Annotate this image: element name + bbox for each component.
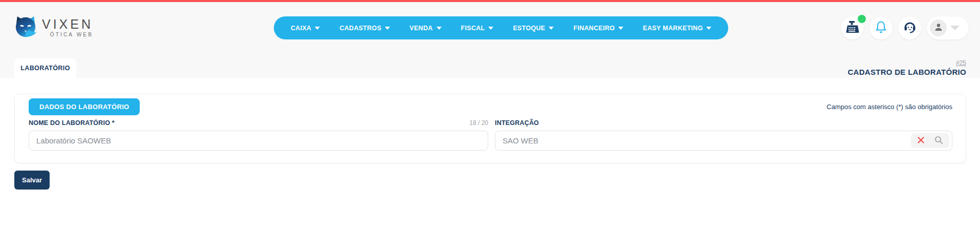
integration-label: INTEGRAÇÃO <box>495 119 539 127</box>
integration-input-box <box>495 131 952 151</box>
nav-label: ESTOQUE <box>513 25 545 32</box>
header: VIXEN ÓTICA WEB CAIXA CADASTROS VENDA FI… <box>0 2 980 78</box>
page-heading: #25 CADASTRO DE LABORATÓRIO <box>847 58 966 76</box>
section-tab-dados-do-laboratorio[interactable]: DADOS DO LABORATÓRIO <box>29 98 140 115</box>
nav-label: CADASTROS <box>339 25 381 32</box>
main-nav: CAIXA CADASTROS VENDA FISCAL ESTOQUE FIN… <box>274 16 728 39</box>
cash-register-icon <box>846 20 859 35</box>
required-fields-note: Campos com asterisco (*) são obrigatório… <box>826 103 952 111</box>
nav-label: VENDA <box>409 25 432 32</box>
app-logo[interactable]: VIXEN ÓTICA WEB <box>13 15 93 40</box>
field-laboratory-name: NOME DO LABORATÓRIO * 18 / 20 <box>29 119 488 151</box>
logo-subtitle: ÓTICA WEB <box>50 32 93 37</box>
chevron-down-icon <box>950 26 960 30</box>
nav-item-fiscal[interactable]: FISCAL <box>451 16 504 39</box>
nav-item-cadastros[interactable]: CADASTROS <box>330 16 400 39</box>
record-id-link[interactable]: #25 <box>956 59 966 67</box>
cash-register-button[interactable] <box>841 16 864 39</box>
chevron-down-icon <box>437 27 442 30</box>
nav-label: FINANCEIRO <box>573 25 615 32</box>
nav-item-easy-marketing[interactable]: EASY MARKETING <box>633 16 721 39</box>
notifications-button[interactable] <box>869 16 892 39</box>
search-integration-button[interactable] <box>934 136 943 146</box>
tab-bar: LABORATÓRIO #25 CADASTRO DE LABORATÓRIO <box>0 53 980 78</box>
fox-logo-icon <box>13 15 39 40</box>
support-button[interactable] <box>898 16 921 39</box>
clear-x-icon <box>917 136 925 145</box>
field-integration: INTEGRAÇÃO <box>495 119 952 151</box>
tab-label: LABORATÓRIO <box>20 65 70 72</box>
page-title: CADASTRO DE LABORATÓRIO <box>847 68 966 76</box>
chevron-down-icon <box>706 27 711 30</box>
avatar <box>930 19 947 36</box>
nav-label: EASY MARKETING <box>643 25 703 32</box>
nav-item-estoque[interactable]: ESTOQUE <box>503 16 563 39</box>
character-counter: 18 / 20 <box>469 119 488 127</box>
headset-icon <box>903 20 917 35</box>
chevron-down-icon <box>549 27 554 30</box>
laboratory-name-label: NOME DO LABORATÓRIO * <box>29 119 115 127</box>
integration-input-actions <box>911 133 949 148</box>
save-button[interactable]: Salvar <box>14 171 50 190</box>
main-content: DADOS DO LABORATÓRIO Campos com asterisc… <box>0 94 980 251</box>
nav-label: FISCAL <box>461 25 485 32</box>
laboratory-name-input-box <box>29 131 488 151</box>
integration-input[interactable] <box>503 136 911 145</box>
nav-label: CAIXA <box>291 25 311 32</box>
clear-integration-button[interactable] <box>917 136 925 145</box>
tab-laboratorio[interactable]: LABORATÓRIO <box>14 58 76 78</box>
nav-item-financeiro[interactable]: FINANCEIRO <box>563 16 633 39</box>
laboratory-name-input[interactable] <box>36 136 485 145</box>
search-icon <box>934 136 943 146</box>
user-icon <box>934 23 943 34</box>
nav-item-caixa[interactable]: CAIXA <box>281 16 330 39</box>
chevron-down-icon <box>488 27 493 30</box>
user-menu-button[interactable] <box>927 16 969 39</box>
laboratory-form-card: DADOS DO LABORATÓRIO Campos com asterisc… <box>14 94 966 163</box>
online-status-badge <box>858 15 866 23</box>
nav-item-venda[interactable]: VENDA <box>400 16 451 39</box>
chevron-down-icon <box>385 27 390 30</box>
header-actions <box>841 16 969 39</box>
chevron-down-icon <box>315 27 320 30</box>
chevron-down-icon <box>618 27 623 30</box>
bell-icon <box>875 20 887 35</box>
logo-title: VIXEN <box>42 18 93 31</box>
